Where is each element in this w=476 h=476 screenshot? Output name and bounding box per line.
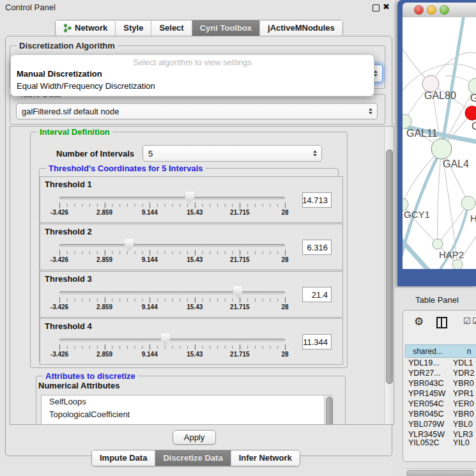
minimize-traffic-light[interactable] <box>427 5 436 15</box>
table-row[interactable]: YIL052CYIL0 <box>405 440 476 446</box>
node-red-selected[interactable] <box>465 106 476 120</box>
numerical-attributes-list: SelfLoops TopologicalCoefficient Between… <box>41 395 333 425</box>
table-row[interactable]: YPR145WYPR1 <box>405 388 476 399</box>
column-layout-icon[interactable] <box>436 317 447 328</box>
attributes-group-title: Attributes to discretize <box>43 371 138 381</box>
tick-marks <box>59 298 286 302</box>
table-panel-body: ⚙ ☑ ☑ shared... n YDL19...YDL1 YDR27...Y… <box>403 310 476 462</box>
tab-network[interactable]: Network <box>56 20 116 36</box>
checkbox-icon[interactable]: ☑ <box>472 316 476 326</box>
threshold-4-label: Threshold 4 <box>45 321 92 331</box>
control-panel: Control Panel ✖ Network Style Select Cyn… <box>0 0 396 476</box>
tab-jactivemnodules[interactable]: jActiveMNodules <box>260 20 342 36</box>
tick-marks <box>59 251 286 254</box>
node-label: GAL80 <box>424 90 456 101</box>
tab-style[interactable]: Style <box>116 20 151 36</box>
table-row[interactable]: YDL19...YDL1 <box>405 358 476 368</box>
scale-labels: -3.426 2.859 9.144 15.43 21.715 28 <box>59 209 285 217</box>
float-window-icon[interactable] <box>372 4 380 12</box>
network-icon <box>63 24 72 33</box>
control-panel-titlebar: Control Panel ✖ <box>0 0 395 15</box>
list-item[interactable]: BetweennessCentrality <box>42 421 332 425</box>
threshold-3-label: Threshold 3 <box>45 274 92 284</box>
table-row[interactable]: YER054CYER0 <box>405 399 476 409</box>
number-of-intervals-value: 5 <box>148 149 153 158</box>
column-header-name[interactable]: n <box>450 344 476 358</box>
tab-impute-data[interactable]: Impute Data <box>92 450 155 466</box>
threshold-2-label: Threshold 2 <box>45 227 92 236</box>
threshold-1-slider-thumb[interactable] <box>185 192 194 204</box>
node-gal4[interactable] <box>431 139 452 159</box>
scale-labels: -3.426 2.859 9.144 21.715 15.43 28 <box>59 351 285 358</box>
threshold-2-slider-thumb[interactable] <box>125 239 134 251</box>
threshold-4-value-field[interactable]: 11.344 <box>302 334 332 349</box>
table-panel-title: Table Panel <box>415 295 459 305</box>
table-row[interactable]: YBR045CYBR0 <box>405 409 476 419</box>
network-graph: GAL80 GA C GAL11 GAL4 GCY1 H HAP2 <box>403 17 476 269</box>
tick-marks <box>59 346 286 349</box>
apply-button[interactable]: Apply <box>173 430 216 445</box>
node-label: HAP2 <box>439 249 464 260</box>
threshold-3-slider-thumb[interactable] <box>233 286 242 298</box>
threshold-1-slider-track[interactable] <box>59 197 285 200</box>
node-table: shared... n YDL19...YDL1 YDR27...YDR2 YB… <box>405 344 476 446</box>
list-item[interactable]: SelfLoops <box>42 395 332 408</box>
node-bottom[interactable] <box>452 259 463 269</box>
threshold-3-slider-track[interactable] <box>59 291 285 295</box>
table-row[interactable]: YBR043CYBR0 <box>405 378 476 388</box>
list-scrollbar[interactable] <box>324 395 333 425</box>
table-data-selected-value: galFiltered.sif default node <box>22 107 119 116</box>
gear-icon[interactable]: ⚙ <box>414 315 424 328</box>
list-item[interactable]: TopologicalCoefficient <box>42 408 332 421</box>
close-traffic-light[interactable] <box>414 5 424 15</box>
node-label: H <box>470 213 476 224</box>
column-header-shared-name[interactable]: shared... <box>405 344 450 358</box>
popup-option-manual-discretization[interactable]: Manual Discretization <box>17 69 102 79</box>
node-label: GAL4 <box>443 158 469 169</box>
combo-stepper-icon <box>313 150 317 157</box>
table-panel: Table Panel ⚙ ☑ ☑ shared... n YDL19...YD… <box>395 288 476 476</box>
table-horizontal-scrollbar[interactable] <box>405 468 476 476</box>
threshold-2-value-field[interactable]: 6.316 <box>302 240 332 255</box>
tick-marks <box>59 204 286 207</box>
discretization-algorithm-group-title: Discretization Algorithm <box>17 41 118 50</box>
close-icon[interactable]: ✖ <box>383 2 390 12</box>
tab-cyni-toolbox[interactable]: Cyni Toolbox <box>192 20 260 36</box>
threshold-2-panel: Threshold 2 -3.426 2.859 9.144 15.43 21.… <box>40 224 343 270</box>
table-row[interactable]: YLR345WYLR3 <box>405 429 476 440</box>
table-row[interactable]: YBL079WYBL0 <box>405 419 476 429</box>
scale-labels: -3.426 2.859 9.144 15.43 21.715 28 <box>59 256 285 264</box>
settings-scroll-pane: Interval Definition Number of Intervals … <box>10 126 394 425</box>
threshold-1-label: Threshold 1 <box>45 180 92 189</box>
bottom-tab-bar: Impute Data Discretize Data Infer Networ… <box>91 450 300 466</box>
table-data-combobox[interactable]: galFiltered.sif default node <box>16 103 378 119</box>
combo-stepper-icon <box>369 108 372 114</box>
threshold-3-value-field[interactable]: 21.4 <box>302 287 332 302</box>
numerical-attributes-label: Numerical Attributes <box>38 381 119 390</box>
network-canvas[interactable]: GAL80 GA C GAL11 GAL4 GCY1 H HAP2 <box>403 17 476 269</box>
settings-scrollbar[interactable] <box>384 127 394 424</box>
tab-infer-network[interactable]: Infer Network <box>231 450 300 466</box>
popup-option-equal-width-frequency[interactable]: Equal Width/Frequency Discretization <box>17 81 155 91</box>
network-view-window: GAL80 GA C GAL11 GAL4 GCY1 H HAP2 <box>397 0 476 286</box>
control-panel-title: Control Panel <box>5 3 56 12</box>
checkbox-icon[interactable]: ☑ <box>463 316 471 326</box>
table-row[interactable]: YDR27...YDR2 <box>405 368 476 378</box>
tab-select[interactable]: Select <box>151 20 192 36</box>
cyni-toolbox-pane: Discretization Algorithm Select algorith… <box>5 36 392 456</box>
tab-discretize-data[interactable]: Discretize Data <box>155 450 231 466</box>
algorithm-dropdown-popup: Select algorithm to view settings Manual… <box>10 54 374 96</box>
network-window-titlebar[interactable] <box>403 3 476 18</box>
node-h[interactable] <box>461 196 475 210</box>
number-of-intervals-combobox[interactable]: 5 <box>142 145 322 162</box>
tab-network-label: Network <box>75 23 107 33</box>
threshold-4-slider-track[interactable] <box>59 339 285 342</box>
threshold-2-slider-track[interactable] <box>59 244 285 247</box>
node-label: GAL11 <box>406 128 438 139</box>
scale-labels: -3.426 2.859 9.144 15.43 21.715 28 <box>59 303 285 311</box>
threshold-4-slider-thumb[interactable] <box>160 334 170 346</box>
number-of-intervals-label: Number of Intervals <box>56 149 134 158</box>
threshold-1-value-field[interactable]: 14.713 <box>302 192 332 208</box>
zoom-traffic-light[interactable] <box>440 5 449 15</box>
node-hap2[interactable] <box>433 239 443 249</box>
